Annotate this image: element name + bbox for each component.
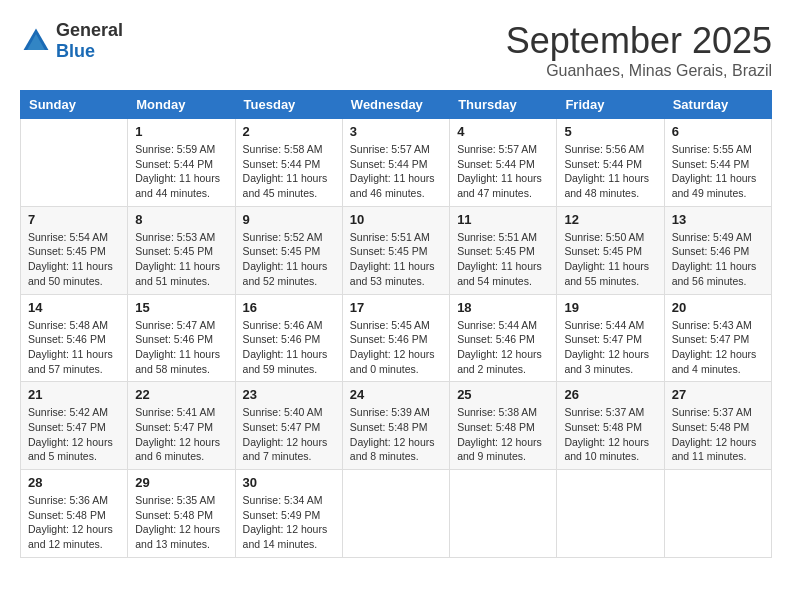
calendar-cell: 10Sunrise: 5:51 AMSunset: 5:45 PMDayligh… [342, 206, 449, 294]
day-number: 8 [135, 212, 227, 227]
day-info: Sunrise: 5:47 AMSunset: 5:46 PMDaylight:… [135, 318, 227, 377]
week-row-5: 28Sunrise: 5:36 AMSunset: 5:48 PMDayligh… [21, 470, 772, 558]
day-info: Sunrise: 5:53 AMSunset: 5:45 PMDaylight:… [135, 230, 227, 289]
calendar-cell: 19Sunrise: 5:44 AMSunset: 5:47 PMDayligh… [557, 294, 664, 382]
logo-icon [20, 25, 52, 57]
day-info: Sunrise: 5:51 AMSunset: 5:45 PMDaylight:… [457, 230, 549, 289]
day-info: Sunrise: 5:42 AMSunset: 5:47 PMDaylight:… [28, 405, 120, 464]
day-number: 18 [457, 300, 549, 315]
weekday-header-tuesday: Tuesday [235, 91, 342, 119]
calendar-cell: 27Sunrise: 5:37 AMSunset: 5:48 PMDayligh… [664, 382, 771, 470]
day-number: 15 [135, 300, 227, 315]
week-row-2: 7Sunrise: 5:54 AMSunset: 5:45 PMDaylight… [21, 206, 772, 294]
day-number: 1 [135, 124, 227, 139]
calendar-cell: 14Sunrise: 5:48 AMSunset: 5:46 PMDayligh… [21, 294, 128, 382]
weekday-header-friday: Friday [557, 91, 664, 119]
logo-general: General [56, 20, 123, 40]
weekday-header-monday: Monday [128, 91, 235, 119]
day-info: Sunrise: 5:41 AMSunset: 5:47 PMDaylight:… [135, 405, 227, 464]
day-info: Sunrise: 5:37 AMSunset: 5:48 PMDaylight:… [672, 405, 764, 464]
day-number: 11 [457, 212, 549, 227]
weekday-header-sunday: Sunday [21, 91, 128, 119]
day-info: Sunrise: 5:58 AMSunset: 5:44 PMDaylight:… [243, 142, 335, 201]
day-number: 6 [672, 124, 764, 139]
calendar-cell: 28Sunrise: 5:36 AMSunset: 5:48 PMDayligh… [21, 470, 128, 558]
day-info: Sunrise: 5:57 AMSunset: 5:44 PMDaylight:… [457, 142, 549, 201]
day-info: Sunrise: 5:36 AMSunset: 5:48 PMDaylight:… [28, 493, 120, 552]
day-info: Sunrise: 5:59 AMSunset: 5:44 PMDaylight:… [135, 142, 227, 201]
day-info: Sunrise: 5:52 AMSunset: 5:45 PMDaylight:… [243, 230, 335, 289]
weekday-header-saturday: Saturday [664, 91, 771, 119]
weekday-header-wednesday: Wednesday [342, 91, 449, 119]
title-block: September 2025 Guanhaes, Minas Gerais, B… [506, 20, 772, 80]
week-row-4: 21Sunrise: 5:42 AMSunset: 5:47 PMDayligh… [21, 382, 772, 470]
calendar-cell: 9Sunrise: 5:52 AMSunset: 5:45 PMDaylight… [235, 206, 342, 294]
calendar-cell: 16Sunrise: 5:46 AMSunset: 5:46 PMDayligh… [235, 294, 342, 382]
day-number: 16 [243, 300, 335, 315]
day-info: Sunrise: 5:57 AMSunset: 5:44 PMDaylight:… [350, 142, 442, 201]
day-number: 2 [243, 124, 335, 139]
day-number: 13 [672, 212, 764, 227]
day-number: 29 [135, 475, 227, 490]
calendar-cell: 1Sunrise: 5:59 AMSunset: 5:44 PMDaylight… [128, 119, 235, 207]
day-number: 4 [457, 124, 549, 139]
calendar-cell: 13Sunrise: 5:49 AMSunset: 5:46 PMDayligh… [664, 206, 771, 294]
day-number: 22 [135, 387, 227, 402]
calendar-cell: 17Sunrise: 5:45 AMSunset: 5:46 PMDayligh… [342, 294, 449, 382]
calendar-cell: 30Sunrise: 5:34 AMSunset: 5:49 PMDayligh… [235, 470, 342, 558]
day-info: Sunrise: 5:54 AMSunset: 5:45 PMDaylight:… [28, 230, 120, 289]
calendar-cell: 12Sunrise: 5:50 AMSunset: 5:45 PMDayligh… [557, 206, 664, 294]
day-number: 23 [243, 387, 335, 402]
week-row-1: 1Sunrise: 5:59 AMSunset: 5:44 PMDaylight… [21, 119, 772, 207]
day-number: 14 [28, 300, 120, 315]
day-number: 27 [672, 387, 764, 402]
day-number: 26 [564, 387, 656, 402]
calendar-cell: 3Sunrise: 5:57 AMSunset: 5:44 PMDaylight… [342, 119, 449, 207]
day-number: 30 [243, 475, 335, 490]
calendar-cell [342, 470, 449, 558]
day-number: 19 [564, 300, 656, 315]
logo: General Blue [20, 20, 123, 62]
calendar-cell [21, 119, 128, 207]
day-number: 7 [28, 212, 120, 227]
day-info: Sunrise: 5:49 AMSunset: 5:46 PMDaylight:… [672, 230, 764, 289]
day-info: Sunrise: 5:40 AMSunset: 5:47 PMDaylight:… [243, 405, 335, 464]
calendar-cell: 23Sunrise: 5:40 AMSunset: 5:47 PMDayligh… [235, 382, 342, 470]
month-title: September 2025 [506, 20, 772, 62]
day-info: Sunrise: 5:50 AMSunset: 5:45 PMDaylight:… [564, 230, 656, 289]
calendar-cell: 20Sunrise: 5:43 AMSunset: 5:47 PMDayligh… [664, 294, 771, 382]
calendar-cell: 26Sunrise: 5:37 AMSunset: 5:48 PMDayligh… [557, 382, 664, 470]
calendar-cell: 5Sunrise: 5:56 AMSunset: 5:44 PMDaylight… [557, 119, 664, 207]
calendar-table: SundayMondayTuesdayWednesdayThursdayFrid… [20, 90, 772, 558]
calendar-cell: 21Sunrise: 5:42 AMSunset: 5:47 PMDayligh… [21, 382, 128, 470]
calendar-cell: 7Sunrise: 5:54 AMSunset: 5:45 PMDaylight… [21, 206, 128, 294]
week-row-3: 14Sunrise: 5:48 AMSunset: 5:46 PMDayligh… [21, 294, 772, 382]
day-info: Sunrise: 5:38 AMSunset: 5:48 PMDaylight:… [457, 405, 549, 464]
day-info: Sunrise: 5:45 AMSunset: 5:46 PMDaylight:… [350, 318, 442, 377]
day-number: 10 [350, 212, 442, 227]
calendar-cell: 25Sunrise: 5:38 AMSunset: 5:48 PMDayligh… [450, 382, 557, 470]
day-info: Sunrise: 5:51 AMSunset: 5:45 PMDaylight:… [350, 230, 442, 289]
day-info: Sunrise: 5:34 AMSunset: 5:49 PMDaylight:… [243, 493, 335, 552]
calendar-cell: 11Sunrise: 5:51 AMSunset: 5:45 PMDayligh… [450, 206, 557, 294]
day-number: 17 [350, 300, 442, 315]
calendar-cell: 4Sunrise: 5:57 AMSunset: 5:44 PMDaylight… [450, 119, 557, 207]
day-number: 20 [672, 300, 764, 315]
page-header: General Blue September 2025 Guanhaes, Mi… [20, 20, 772, 80]
day-number: 21 [28, 387, 120, 402]
calendar-cell: 18Sunrise: 5:44 AMSunset: 5:46 PMDayligh… [450, 294, 557, 382]
calendar-cell [557, 470, 664, 558]
day-info: Sunrise: 5:35 AMSunset: 5:48 PMDaylight:… [135, 493, 227, 552]
weekday-header-thursday: Thursday [450, 91, 557, 119]
location: Guanhaes, Minas Gerais, Brazil [506, 62, 772, 80]
calendar-cell [450, 470, 557, 558]
day-info: Sunrise: 5:48 AMSunset: 5:46 PMDaylight:… [28, 318, 120, 377]
calendar-cell: 24Sunrise: 5:39 AMSunset: 5:48 PMDayligh… [342, 382, 449, 470]
day-number: 12 [564, 212, 656, 227]
calendar-cell: 8Sunrise: 5:53 AMSunset: 5:45 PMDaylight… [128, 206, 235, 294]
calendar-cell: 22Sunrise: 5:41 AMSunset: 5:47 PMDayligh… [128, 382, 235, 470]
calendar-cell: 6Sunrise: 5:55 AMSunset: 5:44 PMDaylight… [664, 119, 771, 207]
day-info: Sunrise: 5:43 AMSunset: 5:47 PMDaylight:… [672, 318, 764, 377]
day-info: Sunrise: 5:39 AMSunset: 5:48 PMDaylight:… [350, 405, 442, 464]
day-info: Sunrise: 5:44 AMSunset: 5:46 PMDaylight:… [457, 318, 549, 377]
